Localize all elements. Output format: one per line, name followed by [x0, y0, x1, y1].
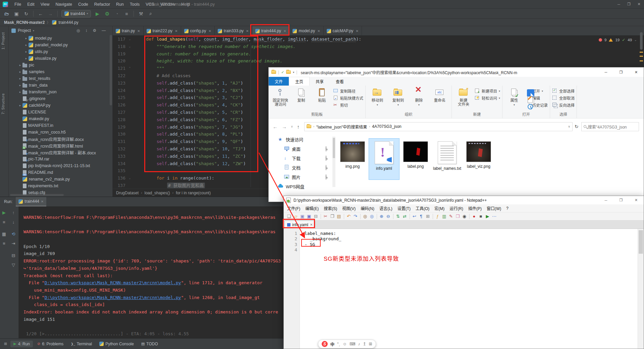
- restore-layout-icon[interactable]: ▦: [1, 231, 7, 237]
- editor-breadcrumb[interactable]: for i in range(count): [176, 191, 211, 195]
- file-item-label_names.txt[interactable]: label_names.txt: [432, 139, 462, 180]
- fold-marker-icon[interactable]: ⌄: [125, 43, 134, 50]
- npp-menu-编辑(E)[interactable]: 编辑(E): [305, 205, 319, 211]
- tree-item[interactable]: ▸utils.py: [9, 48, 112, 55]
- npp-toolbar-icon[interactable]: ◉: [461, 213, 468, 219]
- npp-toolbar-icon[interactable]: ↩: [411, 213, 418, 219]
- npp-toolbar-icon[interactable]: ❏: [286, 213, 292, 219]
- tree-item[interactable]: ?pic-TJM.rar: [9, 156, 112, 162]
- tree-chevron-icon[interactable]: ▸: [24, 37, 28, 40]
- tree-chevron-icon[interactable]: ▸: [18, 70, 22, 73]
- ime-icon[interactable]: ⌨: [350, 342, 355, 346]
- maximize-icon[interactable]: ❐: [624, 0, 634, 8]
- editor-scrollbar[interactable]: [639, 31, 643, 66]
- build-wrench-icon[interactable]: ⚒: [138, 10, 144, 17]
- npp-toolbar-icon[interactable]: ⊞: [425, 213, 431, 219]
- properties-icon[interactable]: ✓: [281, 70, 284, 74]
- ribbon-tab-共享[interactable]: 共享: [310, 77, 330, 86]
- ime-icon[interactable]: °ˏ: [337, 342, 340, 346]
- tree-chevron-icon[interactable]: ▸: [24, 57, 28, 60]
- editor-tab-train.py[interactable]: train.py✕: [113, 26, 144, 36]
- sync-icon[interactable]: ↻: [23, 10, 30, 17]
- hide-panel-icon[interactable]: —: [102, 28, 106, 33]
- npp-toolbar-icon[interactable]: ❐: [329, 213, 335, 219]
- ribbon-button-全部选择[interactable]: 全部选择: [552, 88, 575, 94]
- npp-toolbar-icon[interactable]: ▶: [484, 213, 491, 219]
- editor-tab-train333.py[interactable]: train333.py✕: [215, 26, 252, 36]
- save-all-icon[interactable]: ▣: [13, 10, 20, 17]
- status-item-python-console[interactable]: Python Console: [96, 341, 137, 347]
- close-tab-icon[interactable]: ✕: [317, 29, 320, 33]
- project-panel-title[interactable]: Project: [18, 28, 31, 33]
- editor-breadcrumb[interactable]: DrugDataset: [116, 191, 139, 195]
- up-stack-icon[interactable]: ↑: [10, 209, 17, 216]
- close-icon[interactable]: ✕: [634, 0, 644, 8]
- nav-item-下载[interactable]: ↓下载: [269, 153, 332, 163]
- npp-toolbar-icon[interactable]: ⇅: [395, 213, 401, 219]
- debug-button[interactable]: ❂: [104, 10, 110, 17]
- close-tab-icon[interactable]: ✕: [209, 29, 211, 33]
- tree-item[interactable]: ▸test_results: [9, 75, 112, 82]
- editor-tab-config.py[interactable]: config.py✕: [181, 26, 215, 36]
- console-file-link[interactable]: D:\python-workspace\Mask_RCNN-master2\mr…: [45, 280, 181, 285]
- nav-item-WPS网盘[interactable]: WPS网盘: [269, 182, 332, 191]
- tree-item[interactable]: ?mask_rcnn应用案例详解 - 副本.docx: [9, 149, 112, 156]
- inspections-widget[interactable]: 9 19 ✓ 49 ⌄: [599, 38, 637, 42]
- npp-menu-视图(V)[interactable]: 视图(V): [342, 205, 356, 211]
- tool-window-project-button[interactable]: 1: Project: [1, 32, 5, 49]
- ribbon-tab-主页[interactable]: 主页: [289, 77, 310, 86]
- tree-item[interactable]: LICENSE: [9, 109, 112, 115]
- editor-tab-model.py[interactable]: model.py✕: [289, 26, 323, 36]
- tree-item[interactable]: ▸pic: [9, 62, 112, 68]
- breadcrumb-file[interactable]: train444.py: [58, 20, 78, 25]
- file-item-label_viz.png[interactable]: label_viz.png: [464, 139, 494, 180]
- npp-menu-文件(F)[interactable]: 文件(F): [287, 205, 300, 211]
- notepad-scrollbar[interactable]: [638, 229, 644, 349]
- tool-window-toggle-icon[interactable]: ⊞: [4, 342, 7, 346]
- menu-file[interactable]: File: [11, 2, 24, 7]
- editor-breadcrumb[interactable]: load_shapes(): [145, 191, 170, 195]
- status-item-6-problems[interactable]: ⊘6: Problems: [34, 341, 66, 347]
- fold-marker-icon[interactable]: ⌃: [125, 65, 134, 72]
- ribbon-button-全部取消[interactable]: 全部取消: [552, 95, 575, 101]
- npp-toolbar-icon[interactable]: ◎: [362, 213, 368, 219]
- npp-menu-设置(T)[interactable]: 设置(T): [397, 205, 411, 211]
- nav-item-文档[interactable]: 文档: [269, 163, 332, 172]
- npp-menu-语言(L)[interactable]: 语言(L): [379, 205, 392, 211]
- stop-icon[interactable]: ■: [1, 218, 7, 225]
- up-icon[interactable]: ↑: [297, 124, 300, 130]
- tree-item[interactable]: ▸model.py: [9, 35, 112, 42]
- menu-view[interactable]: View: [38, 2, 53, 7]
- ribbon-button-新建文件夹[interactable]: ✶新建 文件夹: [454, 87, 473, 110]
- ime-icon[interactable]: ♪: [358, 342, 360, 346]
- ribbon-button-编辑[interactable]: 编辑: [525, 95, 548, 101]
- npp-toolbar-icon[interactable]: ⊖: [385, 213, 391, 219]
- npp-toolbar-icon[interactable]: ▣: [306, 213, 312, 219]
- minimize-icon[interactable]: ─: [598, 196, 613, 204]
- back-icon[interactable]: ←: [273, 124, 278, 130]
- tree-item[interactable]: mask_rcnn_coco.h5: [9, 129, 112, 136]
- ribbon-button-固定到快速访问[interactable]: 固定到快 速访问: [271, 87, 290, 110]
- tree-item[interactable]: pip list[mask-rcnn]-2021-11-15.txt: [9, 162, 112, 169]
- down-stack-icon[interactable]: ↓: [10, 218, 17, 225]
- ime-mode-chinese[interactable]: 中: [330, 341, 334, 347]
- npp-toolbar-icon[interactable]: ▣: [299, 213, 306, 219]
- ribbon-button-粘贴[interactable]: 粘贴: [312, 87, 332, 110]
- tree-item[interactable]: ▸transform_json: [9, 89, 112, 95]
- clear-console-icon[interactable]: ▽: [10, 261, 17, 268]
- forward-icon[interactable]: →: [282, 124, 287, 130]
- npp-toolbar-icon[interactable]: ↷: [352, 213, 359, 219]
- status-item-4-run[interactable]: ▶4: Run: [10, 341, 33, 347]
- editor-tab-train444.py[interactable]: train444.py✕: [252, 26, 290, 36]
- tree-item[interactable]: ▸calcMAP.py: [9, 102, 112, 109]
- ribbon-button-属性[interactable]: ✓属性▾: [504, 87, 524, 110]
- npp-toolbar-icon[interactable]: ✂: [322, 213, 329, 219]
- tree-item[interactable]: ▸train_data: [9, 82, 112, 89]
- minimize-icon[interactable]: ─: [614, 0, 624, 8]
- fold-marker-icon[interactable]: ⌄: [125, 36, 134, 43]
- tree-item[interactable]: MANIFEST.in: [9, 122, 112, 129]
- npp-menu-宏(M)[interactable]: 宏(M): [434, 205, 444, 211]
- close-icon[interactable]: ✕: [629, 67, 644, 77]
- tree-chevron-icon[interactable]: ▸: [18, 90, 22, 94]
- menu-refactor[interactable]: Refactor: [91, 2, 113, 7]
